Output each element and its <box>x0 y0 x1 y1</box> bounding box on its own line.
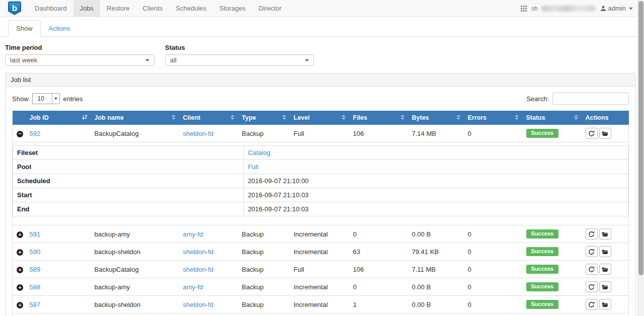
detail-value: 2016-09-07 21:10:03 <box>244 188 628 202</box>
scrollbar-thumb[interactable] <box>638 1 643 275</box>
detail-label: Scheduled <box>13 174 244 188</box>
rerun-job-button[interactable] <box>586 264 598 275</box>
tab-actions[interactable]: Actions <box>41 20 78 37</box>
nav-item-restore[interactable]: Restore <box>100 0 136 17</box>
column-header-errors[interactable]: Errors <box>464 111 522 125</box>
job-id-link[interactable]: 588 <box>30 283 41 291</box>
job-name-cell: backup-amy <box>91 225 179 243</box>
status-badge: Success <box>526 247 559 256</box>
job-files-button[interactable] <box>599 264 611 275</box>
client-link[interactable]: sheldon-fd <box>183 248 214 256</box>
job-files-button[interactable] <box>599 128 611 139</box>
column-header-job-id[interactable]: Job ID <box>26 111 91 125</box>
nav-item-schedules[interactable]: Schedules <box>169 0 213 17</box>
job-id-cell: 592 <box>26 125 91 142</box>
level-cell: Incremental <box>290 278 349 296</box>
client-link[interactable]: amy-fd <box>183 283 203 291</box>
bytes-cell: 7.11 MB <box>408 261 464 278</box>
time-period-select[interactable]: last week <box>5 54 154 66</box>
nav-item-clients[interactable]: Clients <box>136 0 170 17</box>
column-header-type[interactable]: Type <box>238 111 290 125</box>
errors-cell: 0 <box>464 296 522 313</box>
detail-value-link[interactable]: Full <box>248 163 259 171</box>
sort-both-icon[interactable] <box>456 115 460 120</box>
sort-desc-icon[interactable] <box>82 115 88 122</box>
column-header-bytes[interactable]: Bytes <box>408 111 464 125</box>
vertical-scrollbar[interactable] <box>637 0 644 316</box>
expand-row-icon[interactable]: + <box>17 302 23 308</box>
expand-row-icon[interactable]: + <box>17 267 23 273</box>
expand-row-icon[interactable]: + <box>17 284 23 291</box>
entries-count-select[interactable]: 10 <box>32 93 60 104</box>
column-header-job-name[interactable]: Job name <box>91 111 179 125</box>
filters-row: Time period last week Status all <box>5 44 636 66</box>
user-icon <box>600 6 606 12</box>
detail-value-link[interactable]: Catalog <box>248 149 271 156</box>
job-id-link[interactable]: 589 <box>30 266 41 273</box>
client-link[interactable]: amy-fd <box>183 230 203 238</box>
sort-both-icon[interactable] <box>515 115 519 120</box>
detail-label: Fileset <box>13 146 244 160</box>
sort-both-icon[interactable] <box>230 115 234 120</box>
job-row: −592BackupCatalogsheldon-fdBackupFull106… <box>13 125 629 142</box>
client-link[interactable]: sheldon-fd <box>183 301 214 308</box>
files-cell: 106 <box>349 125 408 142</box>
job-files-button[interactable] <box>599 281 611 292</box>
job-name-cell: BackupCatalog <box>91 261 179 278</box>
nav-item-storages[interactable]: Storages <box>213 0 252 17</box>
detail-row: FilesetCatalog <box>13 146 628 160</box>
rerun-job-button[interactable] <box>586 299 598 310</box>
user-menu[interactable]: admin <box>600 5 633 12</box>
sort-both-icon[interactable] <box>574 115 578 120</box>
client-link[interactable]: sheldon-fd <box>183 266 214 273</box>
column-header-files[interactable]: Files <box>349 111 408 125</box>
nav-item-dashboard[interactable]: Dashboard <box>28 0 73 17</box>
detail-label: End <box>13 202 244 216</box>
job-name-cell: BackupCatalog <box>91 125 179 142</box>
errors-cell: 0 <box>464 125 522 142</box>
job-files-button[interactable] <box>599 299 611 310</box>
rerun-job-button[interactable] <box>586 128 598 139</box>
tab-show[interactable]: Show <box>8 20 41 37</box>
column-header-level[interactable]: Level <box>290 111 349 125</box>
time-period-label: Time period <box>5 44 154 51</box>
column-header-status[interactable]: Status <box>522 111 582 125</box>
search-area: Search: <box>526 93 629 105</box>
detail-row: Scheduled2016-09-07 21:10:00 <box>13 174 628 188</box>
client-cell: sheldon-fd <box>179 313 238 316</box>
rerun-job-button[interactable] <box>586 228 598 240</box>
client-cell: amy-fd <box>179 278 238 296</box>
expander-cell: + <box>13 243 26 261</box>
sort-both-icon[interactable] <box>342 115 346 120</box>
expand-row-icon[interactable]: + <box>17 231 23 238</box>
job-id-link[interactable]: 587 <box>30 301 41 308</box>
app-logo[interactable]: b <box>0 0 28 17</box>
search-input[interactable] <box>552 93 629 105</box>
actions-cell <box>582 261 629 278</box>
client-link[interactable]: sheldon-fd <box>183 130 214 137</box>
column-header-client[interactable]: Client <box>179 111 238 125</box>
job-name-cell: backup-amy <box>91 278 179 296</box>
expand-row-icon[interactable]: + <box>17 249 23 256</box>
rerun-job-button[interactable] <box>586 246 598 257</box>
files-cell: 1 <box>349 296 408 313</box>
sort-both-icon[interactable] <box>172 115 176 120</box>
job-files-button[interactable] <box>599 228 611 240</box>
job-id-link[interactable]: 591 <box>30 230 41 238</box>
level-cell: Full <box>290 125 349 142</box>
apps-grid-icon[interactable] <box>521 6 527 12</box>
job-id-link[interactable]: 592 <box>30 130 41 137</box>
client-cell: sheldon-fd <box>179 261 238 278</box>
status-select[interactable]: all <box>165 54 314 66</box>
nav-item-director[interactable]: Director <box>252 0 288 17</box>
sort-both-icon[interactable] <box>400 115 405 120</box>
panel-title: Job list <box>6 73 635 87</box>
job-details-row: FilesetCatalogPoolFullScheduled2016-09-0… <box>13 142 629 225</box>
job-files-button[interactable] <box>599 246 611 257</box>
sort-both-icon[interactable] <box>282 115 286 120</box>
nav-item-jobs[interactable]: Jobs <box>73 0 100 17</box>
job-id-link[interactable]: 590 <box>30 248 41 256</box>
status-filter: Status all <box>165 44 314 66</box>
rerun-job-button[interactable] <box>586 281 598 292</box>
collapse-row-icon[interactable]: − <box>17 131 23 137</box>
